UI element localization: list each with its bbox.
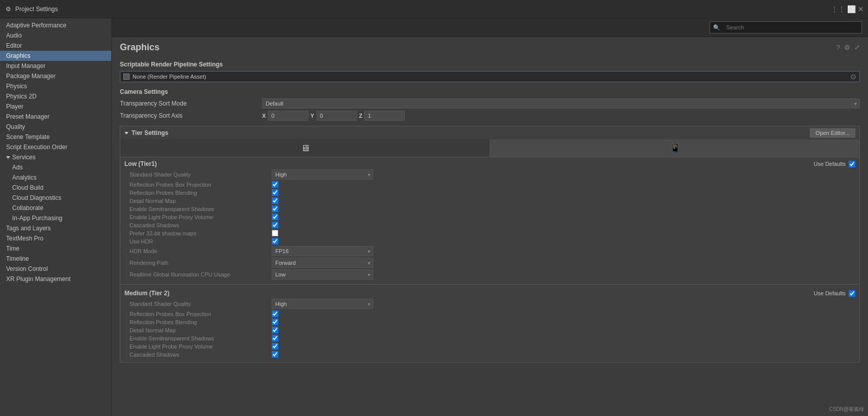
tier-settings-section: Tier Settings Open Editor... 🖥 📱 Low (Ti… [120, 126, 860, 363]
low-cascaded-shadows-checkbox[interactable] [272, 222, 278, 228]
gear-icon[interactable]: ⚙ [844, 44, 850, 51]
sidebar-item-physics[interactable]: Physics [0, 81, 111, 91]
maximize-icon[interactable]: ⬜ [847, 5, 856, 13]
sidebar-item-input-manager[interactable]: Input Manager [0, 61, 111, 71]
sidebar-item-script-execution-order[interactable]: Script Execution Order [0, 142, 111, 152]
monitor-icon: 🖥 [301, 143, 310, 154]
sidebar-item-textmesh-pro[interactable]: TextMesh Pro [0, 233, 111, 244]
low-detail-normal-map-value [272, 197, 855, 204]
sidebar-item-scene-template[interactable]: Scene Template [0, 132, 111, 142]
low-use-hdr-row: Use HDR [124, 238, 855, 245]
low-rendering-path-value: Forward [272, 258, 855, 268]
close-icon[interactable]: ✕ [858, 5, 864, 13]
low-prefer-32bit-value [272, 230, 855, 236]
srp-asset-field[interactable]: None (Render Pipeline Asset) ⊙ [120, 71, 860, 82]
sidebar-item-preset-manager[interactable]: Preset Manager [0, 112, 111, 122]
srp-field-row: None (Render Pipeline Asset) ⊙ [120, 71, 860, 82]
sidebar-item-time[interactable]: Time [0, 244, 111, 254]
low-tier-title: Low (Tier1) [124, 160, 157, 167]
low-prefer-32bit-checkbox[interactable] [272, 230, 278, 236]
medium-semitransparent-shadows-row: Enable Semitransparent Shadows [124, 335, 855, 341]
medium-detail-normal-map-checkbox[interactable] [272, 327, 278, 333]
medium-reflection-probes-box-row: Reflection Probes Box Projection [124, 310, 855, 317]
medium-reflection-probes-box-checkbox[interactable] [272, 310, 278, 317]
sidebar-item-graphics[interactable]: Graphics [0, 51, 111, 61]
medium-reflection-probes-blending-value [272, 319, 855, 325]
medium-reflection-probes-blending-row: Reflection Probes Blending [124, 319, 855, 325]
y-axis-input[interactable] [316, 111, 357, 121]
sidebar-item-player[interactable]: Player [0, 101, 111, 112]
transparency-sort-axis-group: X Y Z [262, 111, 860, 121]
low-hdr-mode-select[interactable]: FP16 [272, 246, 373, 256]
low-rendering-path-label: Rendering Path [130, 260, 272, 266]
low-reflection-probes-blending-checkbox[interactable] [272, 189, 278, 196]
asset-dot [123, 74, 130, 80]
title-bar-controls: ⋮⋮ ⬜ ✕ [831, 5, 864, 13]
medium-light-probe-proxy-value [272, 343, 855, 350]
tier-settings-header[interactable]: Tier Settings Open Editor... [120, 126, 859, 140]
sidebar-item-quality[interactable]: Quality [0, 122, 111, 132]
medium-standard-shader-select[interactable]: High [272, 299, 373, 309]
medium-tier-use-defaults-checkbox[interactable] [849, 290, 855, 297]
low-detail-normal-map-checkbox[interactable] [272, 197, 278, 204]
sidebar-item-version-control[interactable]: Version Control [0, 264, 111, 274]
sidebar-item-services[interactable]: Services [0, 152, 111, 162]
low-semitransparent-shadows-checkbox[interactable] [272, 205, 278, 212]
panel-icons: ? ⚙ ⤢ [837, 44, 860, 51]
srp-section-label: Scriptable Render Pipeline Settings [120, 61, 860, 68]
z-axis-label: Z [359, 113, 363, 119]
expand-icon[interactable]: ⤢ [854, 44, 860, 51]
help-icon[interactable]: ? [837, 44, 840, 51]
low-rendering-path-select[interactable]: Forward [272, 258, 373, 268]
medium-tier-content: Medium (Tier 2) Use Defaults Standard Sh… [120, 287, 859, 362]
sidebar: Adaptive Performance Audio Editor Graphi… [0, 18, 112, 416]
low-light-probe-proxy-value [272, 214, 855, 220]
low-detail-normal-map-row: Detail Normal Map [124, 197, 855, 204]
low-semitransparent-shadows-row: Enable Semitransparent Shadows [124, 205, 855, 212]
transparency-sort-axis-row: Transparency Sort Axis X Y Z [120, 111, 860, 121]
low-use-hdr-checkbox[interactable] [272, 238, 278, 245]
sidebar-item-collaborate[interactable]: Collaborate [0, 203, 111, 213]
sidebar-item-timeline[interactable]: Timeline [0, 254, 111, 264]
sidebar-item-tags-and-layers[interactable]: Tags and Layers [0, 223, 111, 233]
low-light-probe-proxy-checkbox[interactable] [272, 214, 278, 220]
sidebar-item-editor[interactable]: Editor [0, 41, 111, 51]
title-bar-icon: ⚙ [4, 5, 12, 13]
sidebar-item-ads[interactable]: Ads [0, 162, 111, 172]
medium-semitransparent-shadows-checkbox[interactable] [272, 335, 278, 341]
x-axis-input[interactable] [268, 111, 308, 121]
medium-detail-normal-map-value [272, 327, 855, 333]
medium-cascaded-shadows-row: Cascaded Shadows [124, 351, 855, 358]
low-tier-use-defaults-label: Use Defaults [814, 161, 846, 167]
sidebar-item-cloud-build[interactable]: Cloud Build [0, 183, 111, 193]
low-standard-shader-dropdown-wrapper: High [272, 169, 373, 180]
sidebar-item-physics-2d[interactable]: Physics 2D [0, 91, 111, 101]
low-prefer-32bit-label: Prefer 32-bit shadow maps [130, 230, 272, 236]
z-axis-input[interactable] [364, 111, 405, 121]
low-reflection-probes-blending-value [272, 189, 855, 196]
sidebar-item-package-manager[interactable]: Package Manager [0, 71, 111, 81]
search-input[interactable] [722, 23, 858, 32]
low-reflection-probes-box-checkbox[interactable] [272, 181, 278, 188]
sidebar-item-in-app-purchasing[interactable]: In-App Purchasing [0, 213, 111, 223]
low-tier-use-defaults-checkbox[interactable] [849, 161, 855, 167]
low-cascaded-shadows-value [272, 222, 855, 228]
asset-select-btn[interactable]: ⊙ [850, 73, 856, 81]
more-icon[interactable]: ⋮⋮ [831, 5, 845, 13]
desktop-icon-cell: 🖥 [120, 140, 490, 157]
medium-light-probe-proxy-checkbox[interactable] [272, 343, 278, 350]
sidebar-item-analytics[interactable]: Analytics [0, 172, 111, 183]
low-standard-shader-select[interactable]: High [272, 169, 373, 180]
low-realtime-gi-select[interactable]: Low [272, 269, 373, 280]
mobile-icon-cell: 📱 [490, 140, 859, 157]
open-editor-button[interactable]: Open Editor... [810, 128, 855, 137]
medium-reflection-probes-blending-checkbox[interactable] [272, 319, 278, 325]
transparency-sort-mode-select[interactable]: Default [262, 98, 860, 109]
medium-cascaded-shadows-checkbox[interactable] [272, 351, 278, 358]
sidebar-item-audio[interactable]: Audio [0, 30, 111, 41]
medium-reflection-probes-blending-label: Reflection Probes Blending [130, 319, 272, 325]
sidebar-item-cloud-diagnostics[interactable]: Cloud Diagnostics [0, 193, 111, 203]
low-detail-normal-map-label: Detail Normal Map [130, 198, 272, 204]
sidebar-item-adaptive-performance[interactable]: Adaptive Performance [0, 20, 111, 30]
sidebar-item-xr-plugin-management[interactable]: XR Plugin Management [0, 274, 111, 284]
